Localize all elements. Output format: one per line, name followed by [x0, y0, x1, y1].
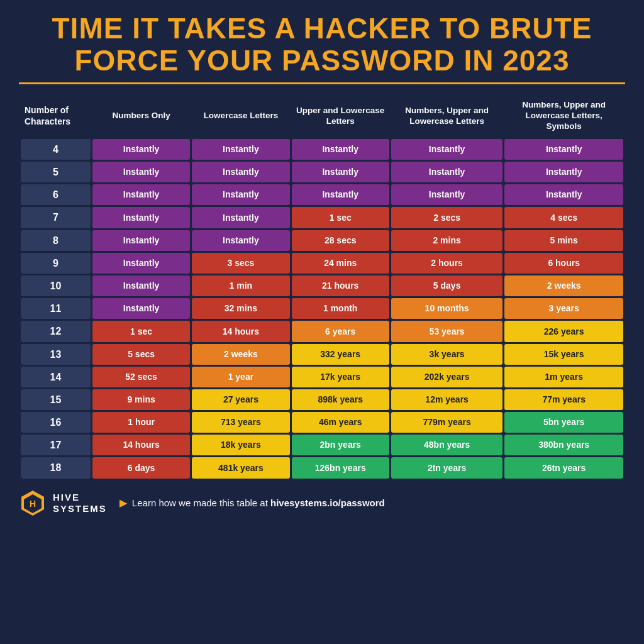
table-row: 121 sec14 hours6 years53 years226 years [21, 321, 623, 341]
data-cell: 1 sec [292, 207, 389, 228]
data-cell: Instantly [504, 139, 623, 160]
data-cell: 481k years [192, 457, 289, 478]
data-cell: 53 years [391, 321, 503, 341]
data-cell: 2 hours [391, 253, 503, 274]
logo: H HIVE SYSTEMS [19, 489, 107, 517]
footer: H HIVE SYSTEMS ▶ Learn how we made this … [19, 487, 625, 519]
data-cell: Instantly [92, 253, 190, 274]
data-cell: Instantly [92, 275, 190, 296]
data-cell: 6 years [292, 321, 389, 341]
password-table: Number of Characters Numbers Only Lowerc… [19, 93, 625, 480]
char-count-cell: 11 [21, 298, 91, 319]
table-row: 5InstantlyInstantlyInstantlyInstantlyIns… [21, 162, 623, 182]
data-cell: Instantly [292, 162, 389, 182]
title-divider [19, 82, 625, 84]
data-cell: 3k years [391, 344, 503, 365]
table-row: 8InstantlyInstantly28 secs2 mins5 mins [21, 230, 623, 251]
data-cell: 46m years [292, 412, 389, 433]
data-cell: 126bn years [292, 457, 389, 478]
table-row: 161 hour713 years46m years779m years5bn … [21, 412, 623, 433]
table-row: 10Instantly1 min21 hours5 days2 weeks [21, 275, 623, 296]
data-cell: 28 secs [292, 230, 389, 251]
data-cell: 5bn years [504, 412, 623, 433]
table-row: 11Instantly32 mins1 month10 months3 year… [21, 298, 623, 319]
char-count-cell: 14 [21, 367, 91, 387]
arrow-icon: ▶ [119, 497, 127, 508]
hive-logo-icon: H [19, 489, 47, 517]
data-cell: Instantly [192, 184, 289, 205]
data-cell: Instantly [92, 162, 190, 182]
data-cell: Instantly [92, 298, 190, 319]
data-cell: 6 hours [504, 253, 623, 274]
char-count-cell: 15 [21, 389, 91, 410]
data-cell: 18k years [192, 435, 289, 455]
char-count-cell: 7 [21, 207, 91, 228]
data-cell: 32 mins [192, 298, 289, 319]
data-cell: 332 years [292, 344, 389, 365]
char-count-cell: 4 [21, 139, 91, 160]
data-cell: Instantly [391, 184, 503, 205]
data-cell: 1 sec [92, 321, 190, 341]
char-count-cell: 18 [21, 457, 91, 478]
data-cell: 14 hours [92, 435, 190, 455]
data-cell: 898k years [292, 389, 389, 410]
table-row: 1714 hours18k years2bn years48bn years38… [21, 435, 623, 455]
data-cell: 2bn years [292, 435, 389, 455]
data-cell: 12m years [391, 389, 503, 410]
table-row: 1452 secs1 year17k years202k years1m yea… [21, 367, 623, 387]
main-container: TIME IT TAKES A HACKER TO BRUTE FORCE YO… [0, 0, 644, 526]
table-row: 9Instantly3 secs24 mins2 hours6 hours [21, 253, 623, 274]
data-cell: 380bn years [504, 435, 623, 455]
data-cell: 2 weeks [504, 275, 623, 296]
data-cell: 27 years [192, 389, 289, 410]
data-cell: 1 year [192, 367, 289, 387]
col-header-chars: Number of Characters [21, 95, 91, 137]
data-cell: Instantly [92, 207, 190, 228]
char-count-cell: 13 [21, 344, 91, 365]
char-count-cell: 17 [21, 435, 91, 455]
data-cell: 5 secs [92, 344, 190, 365]
data-cell: 5 days [391, 275, 503, 296]
table-row: 4InstantlyInstantlyInstantlyInstantlyIns… [21, 139, 623, 160]
data-cell: 1 month [292, 298, 389, 319]
char-count-cell: 5 [21, 162, 91, 182]
char-count-cell: 10 [21, 275, 91, 296]
data-cell: 77m years [504, 389, 623, 410]
data-cell: 3 secs [192, 253, 289, 274]
data-cell: Instantly [292, 139, 389, 160]
data-cell: 2 weeks [192, 344, 289, 365]
data-cell: 17k years [292, 367, 389, 387]
table-row: 186 days481k years126bn years2tn years26… [21, 457, 623, 478]
data-cell: Instantly [192, 230, 289, 251]
col-header-num-upper-lower-sym: Numbers, Upper and Lowercase Letters, Sy… [504, 95, 623, 137]
data-cell: 2 mins [391, 230, 503, 251]
data-cell: 202k years [391, 367, 503, 387]
data-cell: Instantly [92, 230, 190, 251]
char-count-cell: 8 [21, 230, 91, 251]
page-title: TIME IT TAKES A HACKER TO BRUTE FORCE YO… [19, 13, 625, 76]
data-cell: 4 secs [504, 207, 623, 228]
data-cell: 6 days [92, 457, 190, 478]
char-count-cell: 6 [21, 184, 91, 205]
col-header-upper-lower: Upper and Lowercase Letters [292, 95, 389, 137]
char-count-cell: 16 [21, 412, 91, 433]
footer-link: ▶ Learn how we made this table at hivesy… [119, 497, 385, 509]
data-cell: 713 years [192, 412, 289, 433]
data-cell: 52 secs [92, 367, 190, 387]
data-cell: 14 hours [192, 321, 289, 341]
char-count-cell: 9 [21, 253, 91, 274]
data-cell: 1 hour [92, 412, 190, 433]
data-cell: Instantly [292, 184, 389, 205]
char-count-cell: 12 [21, 321, 91, 341]
table-row: 7InstantlyInstantly1 sec2 secs4 secs [21, 207, 623, 228]
data-cell: Instantly [92, 139, 190, 160]
data-cell: 2tn years [391, 457, 503, 478]
data-cell: Instantly [504, 184, 623, 205]
data-cell: 15k years [504, 344, 623, 365]
data-cell: 10 months [391, 298, 503, 319]
data-cell: Instantly [504, 162, 623, 182]
data-cell: Instantly [192, 207, 289, 228]
table-wrapper: Number of Characters Numbers Only Lowerc… [19, 93, 625, 480]
logo-text: HIVE SYSTEMS [53, 492, 107, 514]
svg-text:H: H [30, 499, 36, 509]
